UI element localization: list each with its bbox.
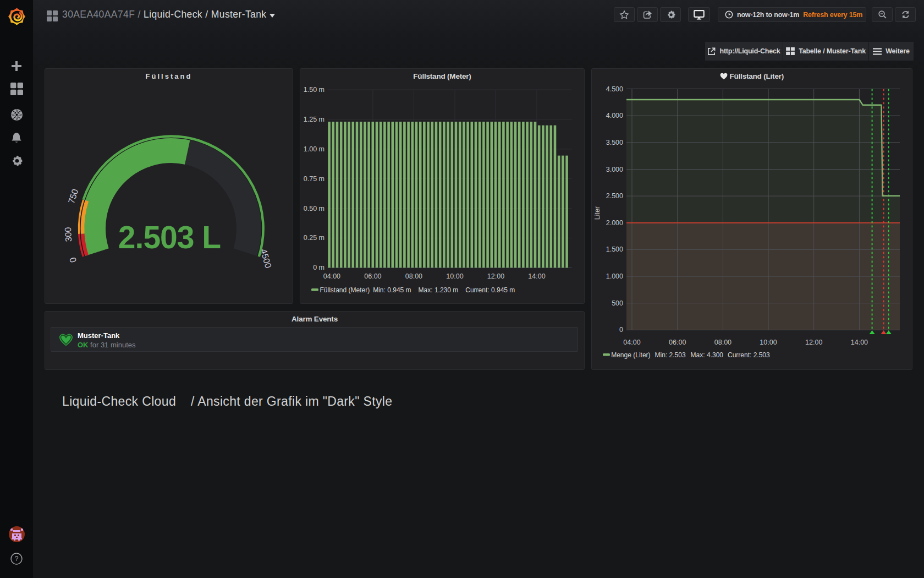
svg-text:06:00: 06:00 <box>364 272 381 280</box>
svg-text:08:00: 08:00 <box>714 339 732 346</box>
svg-text:300: 300 <box>63 227 74 242</box>
svg-text:3.000: 3.000 <box>606 166 623 173</box>
svg-text:4500: 4500 <box>259 248 273 269</box>
svg-text:Liter: Liter <box>593 206 601 220</box>
svg-text:Menge (Liter)Min: 2.503Max: 4.: Menge (Liter)Min: 2.503Max: 4.300Current… <box>611 351 770 359</box>
svg-text:06:00: 06:00 <box>669 339 686 346</box>
svg-text:?: ? <box>15 555 19 563</box>
svg-text:0.75 m: 0.75 m <box>304 175 324 183</box>
svg-text:1.25 m: 1.25 m <box>304 116 324 123</box>
svg-text:14:00: 14:00 <box>528 272 545 280</box>
svg-text:08:00: 08:00 <box>405 272 422 280</box>
svg-text:0.25 m: 0.25 m <box>304 234 324 242</box>
svg-text:0: 0 <box>68 256 78 264</box>
svg-text:1.50 m: 1.50 m <box>304 86 324 94</box>
svg-text:12:00: 12:00 <box>805 339 822 346</box>
svg-text:0.50 m: 0.50 m <box>304 205 324 212</box>
svg-text:2.503 L: 2.503 L <box>118 220 221 255</box>
svg-text:2.500: 2.500 <box>606 192 623 200</box>
svg-text:10:00: 10:00 <box>760 339 777 346</box>
svg-text:04:00: 04:00 <box>323 272 340 280</box>
svg-text:1.500: 1.500 <box>606 246 623 253</box>
svg-text:0 m: 0 m <box>313 264 324 271</box>
svg-text:Füllstand (Meter)Min: 0.945 mM: Füllstand (Meter)Min: 0.945 mMax: 1.230 … <box>320 286 515 294</box>
svg-text:3.500: 3.500 <box>606 139 623 146</box>
svg-text:1.00 m: 1.00 m <box>304 145 324 153</box>
svg-text:10:00: 10:00 <box>446 272 463 280</box>
svg-text:14:00: 14:00 <box>851 339 868 346</box>
svg-text:2.000: 2.000 <box>606 219 623 227</box>
svg-text:4.500: 4.500 <box>606 85 623 93</box>
svg-text:1.000: 1.000 <box>606 272 623 280</box>
svg-text:500: 500 <box>612 299 623 307</box>
svg-text:0: 0 <box>619 326 623 334</box>
svg-text:4.000: 4.000 <box>606 112 623 119</box>
svg-text:750: 750 <box>67 188 80 205</box>
svg-text:04:00: 04:00 <box>623 339 640 346</box>
svg-text:12:00: 12:00 <box>487 272 504 280</box>
